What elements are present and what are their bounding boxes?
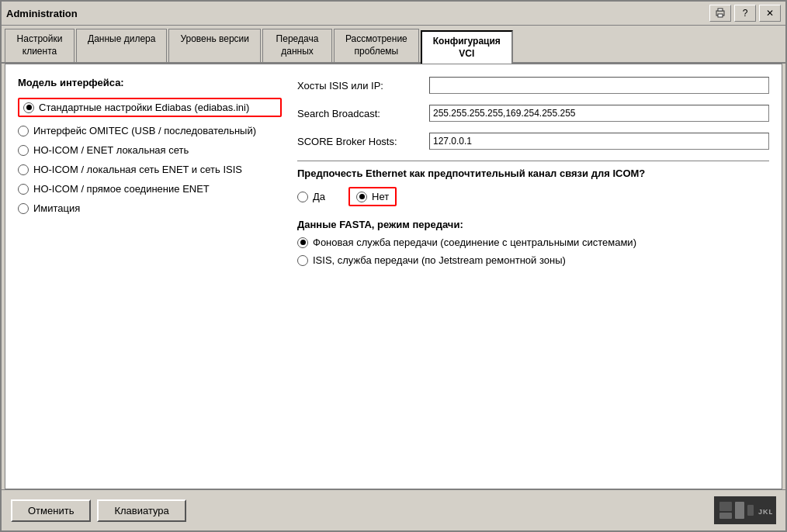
radio-hoicom-enet-isis-label: НО-ICOM / локальная сеть ENET и сеть ISI… — [33, 164, 242, 175]
radio-hoicom-enet-label: НО-ICOM / ENET локальная сеть — [33, 144, 189, 156]
fasta-title: Данные FASTA, режим передачи: — [297, 219, 769, 230]
search-broadcast-row: Search Broadcast: — [297, 105, 769, 122]
interface-section-title: Модель интерфейса: — [18, 77, 282, 88]
ethernet-question: Предпочесть Ethernet как предпочтительны… — [297, 168, 769, 179]
main-window: Administration ? ✕ Настройки клиента Дан… — [0, 0, 787, 532]
radio-da-label: Да — [313, 191, 325, 202]
radio-hoicom-enet-circle — [18, 145, 29, 156]
tab-uroven[interactable]: Уровень версии — [168, 29, 261, 62]
tab-bar: Настройки клиента Данные дилера Уровень … — [2, 26, 785, 64]
radio-imitatsiya-circle — [18, 203, 29, 214]
tab-dannye[interactable]: Данные дилера — [76, 29, 167, 62]
tab-nastrojki[interactable]: Настройки клиента — [5, 29, 75, 62]
right-panel: Хосты ISIS или IP: Search Broadcast: SCO… — [297, 77, 769, 476]
fasta-section: Данные FASTA, режим передачи: Фоновая сл… — [297, 219, 769, 266]
radio-omitec[interactable]: Интерфейс OMITEC (USB / последовательный… — [18, 125, 282, 136]
radio-fon-label: Фоновая служба передачи (соединение с це… — [313, 237, 636, 248]
cancel-button[interactable]: Отменить — [11, 499, 91, 522]
fasta-options: Фоновая служба передачи (соединение с це… — [297, 237, 769, 266]
radio-hoicom-direct[interactable]: НО-ICOM / прямое соединение ENET — [18, 183, 282, 195]
isis-hosts-label: Хосты ISIS или IP: — [297, 80, 429, 92]
radio-ediabas-circle — [23, 102, 34, 113]
print-button[interactable] — [709, 5, 731, 22]
radio-hoicom-direct-circle — [18, 184, 29, 195]
score-broker-label: SCORE Broker Hosts: — [297, 136, 429, 147]
radio-da[interactable]: Да — [297, 191, 325, 202]
window-title: Administration — [6, 8, 78, 19]
svg-rect-5 — [735, 502, 744, 519]
radio-isis-fasta-circle — [297, 255, 308, 266]
left-panel: Модель интерфейса: Стандартные настройки… — [18, 77, 282, 476]
ethernet-radio-group: Да Нет — [297, 187, 769, 206]
logo-area: JKL — [714, 496, 776, 524]
radio-net-label: Нет — [372, 191, 389, 202]
radio-net-highlighted[interactable]: Нет — [348, 187, 397, 206]
radio-omitec-circle — [18, 126, 29, 136]
radio-ediabas-label: Стандартные настройки Ediabas (ediabas.i… — [39, 102, 249, 113]
radio-fon-circle — [297, 237, 308, 248]
bottom-bar: Отменить Клавиатура JKL — [2, 489, 785, 530]
close-button[interactable]: ✕ — [759, 5, 781, 22]
tab-konfiguratsiya[interactable]: Конфигурация VCI — [421, 30, 513, 64]
radio-hoicom-enet-isis[interactable]: НО-ICOM / локальная сеть ENET и сеть ISI… — [18, 164, 282, 175]
score-broker-input[interactable] — [429, 133, 769, 150]
radio-isis-fasta-label: ISIS, служба передачи (по Jetstream ремо… — [313, 254, 566, 266]
search-broadcast-label: Search Broadcast: — [297, 108, 429, 119]
radio-isis-fasta[interactable]: ISIS, служба передачи (по Jetstream ремо… — [297, 254, 769, 266]
search-broadcast-input[interactable] — [429, 105, 769, 122]
svg-rect-1 — [718, 14, 723, 17]
radio-hoicom-enet[interactable]: НО-ICOM / ENET локальная сеть — [18, 144, 282, 156]
radio-fon[interactable]: Фоновая служба передачи (соединение с це… — [297, 237, 769, 248]
bottom-buttons: Отменить Клавиатура — [11, 499, 186, 522]
radio-imitatsiya-label: Имитация — [33, 202, 80, 214]
svg-text:JKL: JKL — [758, 508, 772, 516]
radio-ediabas[interactable]: Стандартные настройки Ediabas (ediabas.i… — [18, 98, 282, 117]
radio-da-circle — [297, 192, 308, 202]
score-broker-row: SCORE Broker Hosts: — [297, 133, 769, 150]
divider — [297, 161, 769, 161]
interface-radio-group: Стандартные настройки Ediabas (ediabas.i… — [18, 98, 282, 214]
keyboard-button[interactable]: Клавиатура — [97, 499, 185, 522]
radio-net-circle — [356, 192, 367, 202]
svg-rect-4 — [719, 513, 732, 519]
isis-hosts-input[interactable] — [429, 77, 769, 94]
radio-hoicom-enet-isis-circle — [18, 164, 29, 175]
title-bar-buttons: ? ✕ — [709, 5, 781, 22]
radio-omitec-label: Интерфейс OMITEC (USB / последовательный… — [33, 125, 256, 136]
tab-peredacha[interactable]: Передача данных — [262, 29, 332, 62]
svg-rect-2 — [718, 9, 723, 11]
title-bar: Administration ? ✕ — [2, 2, 785, 26]
help-button[interactable]: ? — [734, 5, 756, 22]
logo-box-main: JKL — [714, 496, 776, 524]
tab-rassmotrenie[interactable]: Рассмотрение проблемы — [334, 29, 419, 62]
radio-imitatsiya[interactable]: Имитация — [18, 202, 282, 214]
isis-hosts-row: Хосты ISIS или IP: — [297, 77, 769, 94]
svg-rect-3 — [719, 502, 732, 511]
radio-hoicom-direct-label: НО-ICOM / прямое соединение ENET — [33, 183, 210, 195]
svg-rect-6 — [747, 505, 754, 516]
main-content: Модель интерфейса: Стандартные настройки… — [5, 64, 782, 489]
